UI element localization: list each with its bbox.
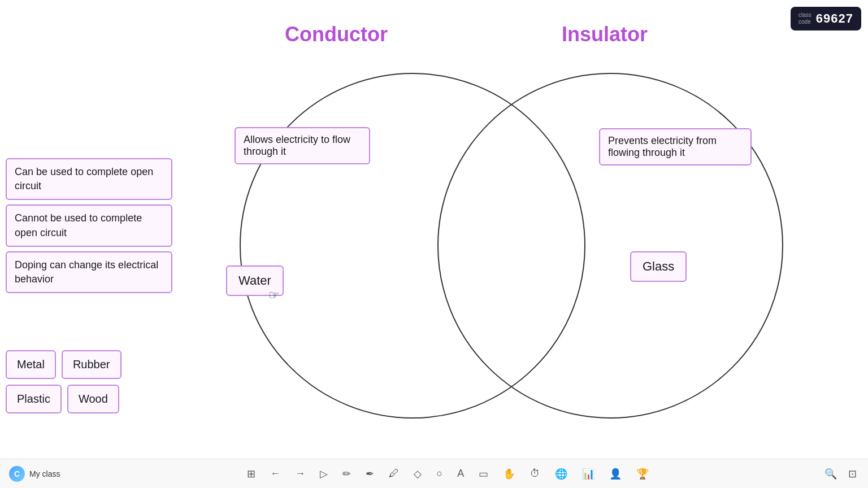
card-rubber[interactable]: Rubber: [62, 350, 121, 379]
svg-point-0: [240, 73, 585, 418]
search-icon[interactable]: 🔍: [822, 465, 839, 482]
hand-icon[interactable]: ✋: [501, 465, 518, 482]
insulator-title: Insulator: [492, 23, 718, 46]
eraser-icon[interactable]: ◇: [411, 465, 424, 482]
trophy-icon[interactable]: 🏆: [634, 465, 651, 482]
card-glass[interactable]: Glass: [630, 251, 687, 282]
shape-icon[interactable]: ○: [434, 465, 445, 482]
card-wood[interactable]: Wood: [67, 385, 119, 413]
svg-point-1: [438, 73, 783, 418]
pen-icon[interactable]: ✒: [363, 465, 376, 482]
my-class-label: My class: [29, 469, 60, 478]
text-icon[interactable]: A: [455, 465, 466, 482]
timer-icon[interactable]: ⏱: [528, 465, 542, 482]
toolbar-brand-area: C My class: [9, 466, 60, 482]
toolbar: C My class ⊞ ← → ▷ ✏ ✒ 🖊 ◇ ○ A ▭ ✋ ⏱ 🌐 📊…: [0, 459, 868, 488]
conductor-title: Conductor: [223, 23, 449, 46]
grid-icon[interactable]: ⊞: [245, 465, 258, 482]
forward-icon[interactable]: →: [293, 465, 307, 482]
highlight-icon[interactable]: 🖊: [387, 465, 401, 482]
card-doping[interactable]: Doping can change its electrical behavio…: [6, 251, 172, 293]
chart-icon[interactable]: 📊: [580, 465, 597, 482]
venn-circles: [175, 54, 848, 438]
card-can-complete[interactable]: Can be used to complete open circuit: [6, 158, 172, 200]
back-icon[interactable]: ←: [268, 465, 283, 482]
brand-logo: C: [9, 466, 25, 482]
venn-diagram: Conductor Insulator Allows electricity t…: [175, 17, 848, 446]
play-icon[interactable]: ▷: [318, 465, 330, 482]
globe-icon[interactable]: 🌐: [553, 465, 570, 482]
card-prevents-electricity[interactable]: Prevents electricity from flowing throug…: [599, 128, 752, 165]
left-panel: Can be used to complete open circuit Can…: [6, 158, 172, 293]
draw-icon[interactable]: ✏: [340, 465, 353, 482]
bottom-items: Metal Rubber Plastic Wood: [6, 350, 175, 413]
fullscreen-icon[interactable]: ⊡: [846, 465, 859, 482]
card-water[interactable]: Water: [226, 265, 284, 296]
card-metal[interactable]: Metal: [6, 350, 56, 379]
card-plastic[interactable]: Plastic: [6, 385, 62, 413]
card-allows-electricity[interactable]: Allows electricity to flow through it: [235, 127, 370, 164]
toolbar-right: 🔍 ⊡: [822, 465, 859, 482]
user-icon[interactable]: 👤: [607, 465, 624, 482]
box-icon[interactable]: ▭: [476, 465, 491, 482]
toolbar-center: ⊞ ← → ▷ ✏ ✒ 🖊 ◇ ○ A ▭ ✋ ⏱ 🌐 📊 👤 🏆: [76, 465, 820, 482]
card-cannot-complete[interactable]: Cannot be used to complete open circuit: [6, 204, 172, 246]
